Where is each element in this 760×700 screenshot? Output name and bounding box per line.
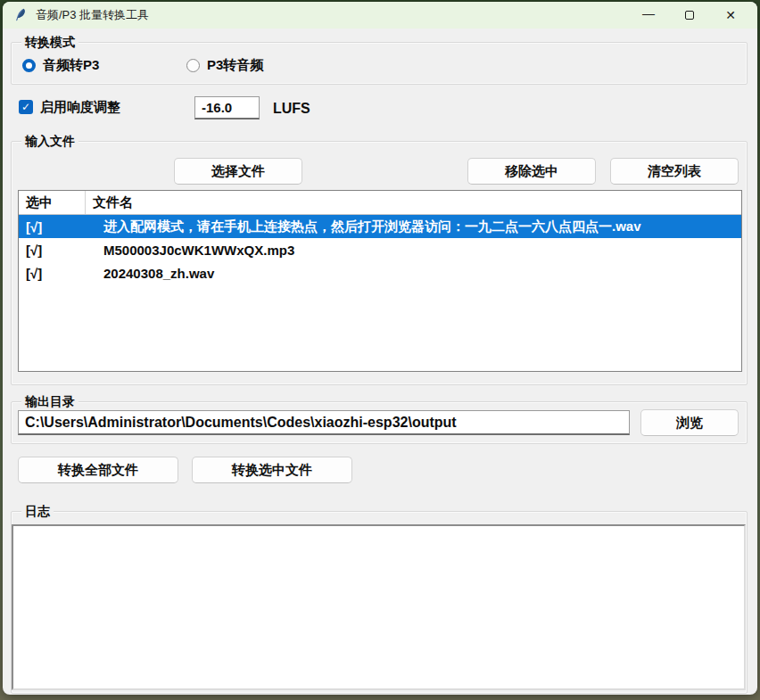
minimize-button[interactable]: — xyxy=(628,2,669,29)
remove-selected-button[interactable]: 移除选中 xyxy=(467,158,596,185)
python-feather-icon xyxy=(13,8,28,22)
maximize-button[interactable] xyxy=(669,2,710,29)
table-row[interactable]: [√] M500003J0cWK1WWxQX.mp3 xyxy=(19,238,741,261)
row-filename: 20240308_zh.wav xyxy=(86,266,741,281)
radio-label: 音频转P3 xyxy=(43,57,99,74)
convert-selected-button[interactable]: 转换选中文件 xyxy=(192,457,352,483)
desktop: { "window": { "title": "音频/P3 批量转换工具", "… xyxy=(0,0,760,700)
table-row[interactable]: [√] 20240308_zh.wav xyxy=(19,261,741,284)
minimize-icon: — xyxy=(642,7,655,20)
mode-group-label: 转换模式 xyxy=(21,34,78,50)
output-dir-input[interactable]: C:\Users\Administrator\Documents\Codes\x… xyxy=(18,410,630,435)
lufs-unit-label: LUFS xyxy=(273,101,310,117)
column-header-checked[interactable]: 选中 xyxy=(19,191,86,214)
maximize-icon xyxy=(685,11,694,20)
browse-button[interactable]: 浏览 xyxy=(640,409,739,436)
row-filename: 进入配网模式，请在手机上连接热点，然后打开浏览器访问：一九二点一六八点四点一.w… xyxy=(86,218,741,235)
log-textarea[interactable] xyxy=(12,524,746,690)
table-row[interactable]: [√] 进入配网模式，请在手机上连接热点，然后打开浏览器访问：一九二点一六八点四… xyxy=(19,215,741,238)
radio-label: P3转音频 xyxy=(207,57,263,74)
row-checkmark[interactable]: [√] xyxy=(19,266,86,281)
loudness-label: 启用响度调整 xyxy=(40,99,120,116)
checkbox-checked-icon: ✓ xyxy=(19,100,33,114)
output-dir-label: 输出目录 xyxy=(21,393,78,409)
row-filename: M500003J0cWK1WWxQX.mp3 xyxy=(86,243,741,258)
table-header: 选中 文件名 xyxy=(19,191,741,215)
mode-groupbox: 转换模式 音频转P3 P3转音频 xyxy=(11,42,748,85)
radio-p3-to-audio[interactable]: P3转音频 xyxy=(186,56,263,74)
clear-list-button[interactable]: 清空列表 xyxy=(610,158,739,185)
radio-on-icon xyxy=(22,59,36,72)
column-header-filename[interactable]: 文件名 xyxy=(86,191,741,214)
lufs-input[interactable]: -16.0 xyxy=(194,96,260,119)
select-files-button[interactable]: 选择文件 xyxy=(174,158,302,185)
row-checkmark[interactable]: [√] xyxy=(19,243,86,258)
radio-off-icon xyxy=(186,59,200,72)
title-bar[interactable]: 音频/P3 批量转换工具 — ✕ xyxy=(3,2,757,29)
convert-all-button[interactable]: 转换全部文件 xyxy=(18,457,178,483)
close-icon: ✕ xyxy=(725,9,736,21)
row-checkmark[interactable]: [√] xyxy=(19,219,86,235)
app-window: 音频/P3 批量转换工具 — ✕ 转换模式 音频转P3 P3转音频 ✓ 启用响度… xyxy=(3,2,757,695)
close-button[interactable]: ✕ xyxy=(710,2,751,29)
log-label: 日志 xyxy=(21,503,54,519)
input-files-label: 输入文件 xyxy=(21,133,78,149)
loudness-checkbox[interactable]: ✓ 启用响度调整 xyxy=(19,98,120,116)
file-table[interactable]: 选中 文件名 [√] 进入配网模式，请在手机上连接热点，然后打开浏览器访问：一九… xyxy=(18,190,742,372)
window-title: 音频/P3 批量转换工具 xyxy=(36,7,628,23)
radio-audio-to-p3[interactable]: 音频转P3 xyxy=(22,56,99,74)
